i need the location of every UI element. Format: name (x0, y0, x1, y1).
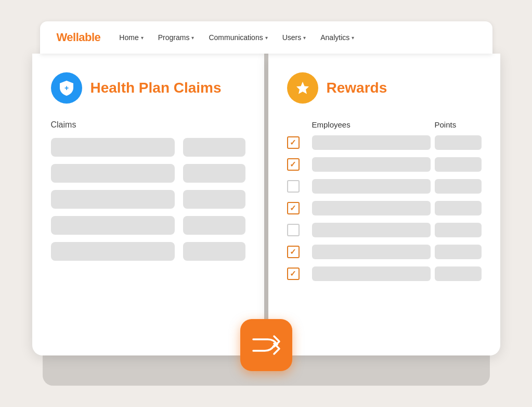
checkbox-checked[interactable] (287, 246, 300, 258)
points-bar (435, 201, 482, 215)
list-item (287, 157, 482, 172)
claims-rows (51, 138, 245, 261)
list-item (287, 266, 482, 281)
shuffle-button[interactable] (240, 319, 292, 371)
list-item (287, 223, 482, 237)
nav-item-users[interactable]: Users ▾ (282, 33, 306, 42)
rewards-panel-title: Rewards (327, 80, 387, 96)
claims-bar-long (51, 164, 175, 183)
employee-bar (312, 201, 431, 215)
checkbox-checked[interactable] (287, 268, 300, 280)
employee-bar (312, 223, 431, 237)
list-item (287, 135, 482, 150)
employees-column-header: Employees (312, 120, 431, 129)
rewards-rows (287, 135, 482, 281)
claims-section-label: Claims (51, 120, 245, 130)
checkbox-unchecked[interactable] (287, 224, 300, 236)
rewards-table-header: Employees Points (287, 120, 482, 129)
nav-item-communications[interactable]: Communications ▾ (209, 33, 267, 42)
panel-header-claims: + Health Plan Claims (51, 72, 245, 104)
claims-panel-title: Health Plan Claims (90, 80, 222, 96)
points-bar (435, 266, 482, 281)
rewards-panel: Rewards Employees Points (268, 54, 500, 355)
checkbox-checked[interactable] (287, 202, 300, 214)
nav-item-analytics[interactable]: Analytics ▾ (320, 33, 354, 42)
checkbox-checked[interactable] (287, 158, 300, 171)
points-bar (435, 223, 482, 237)
employee-bar (312, 266, 431, 281)
list-item (287, 179, 482, 194)
app-container: Wellable Home ▾ Programs ▾ Communication… (32, 21, 500, 386)
shield-icon: + (58, 79, 75, 97)
health-plan-claims-panel: + Health Plan Claims Claims (32, 54, 264, 355)
table-row (51, 138, 245, 157)
chevron-down-icon: ▾ (191, 35, 194, 41)
checkbox-unchecked[interactable] (287, 180, 300, 193)
claims-bar-long (51, 242, 175, 261)
claims-bar-long (51, 216, 175, 235)
claims-bar-short (183, 138, 245, 157)
shield-icon-container: + (51, 72, 82, 104)
star-icon (294, 80, 311, 96)
nav-item-home[interactable]: Home ▾ (119, 33, 143, 42)
star-icon-container (287, 72, 318, 104)
logo: Wellable (57, 31, 101, 44)
claims-bar-long (51, 138, 175, 157)
checkbox-checked[interactable] (287, 136, 300, 149)
claims-bar-short (183, 216, 245, 235)
employee-bar (312, 245, 431, 259)
list-item (287, 245, 482, 259)
table-row (51, 164, 245, 183)
employee-bar (312, 179, 431, 194)
svg-text:+: + (64, 84, 68, 92)
table-row (51, 190, 245, 209)
claims-bar-short (183, 164, 245, 183)
chevron-down-icon: ▾ (352, 35, 354, 41)
list-item (287, 201, 482, 215)
points-bar (435, 157, 482, 172)
table-row (51, 242, 245, 261)
employee-bar (312, 157, 431, 172)
claims-bar-short (183, 190, 245, 209)
points-bar (435, 179, 482, 194)
chevron-down-icon: ▾ (265, 35, 268, 41)
points-bar (435, 245, 482, 259)
nav-menu: Home ▾ Programs ▾ Communications ▾ Users… (119, 33, 354, 42)
points-column-header: Points (435, 120, 482, 129)
browser-navbar: Wellable Home ▾ Programs ▾ Communication… (40, 21, 492, 54)
panels-wrapper: + Health Plan Claims Claims (32, 54, 500, 355)
chevron-down-icon: ▾ (141, 35, 144, 41)
table-row (51, 216, 245, 235)
svg-marker-1 (296, 82, 309, 94)
employee-bar (312, 135, 431, 150)
claims-bar-short (183, 242, 245, 261)
nav-item-programs[interactable]: Programs ▾ (158, 33, 194, 42)
claims-bar-long (51, 190, 175, 209)
panel-header-rewards: Rewards (287, 72, 482, 104)
chevron-down-icon: ▾ (303, 35, 306, 41)
shuffle-icon (251, 334, 281, 356)
points-bar (435, 135, 482, 150)
